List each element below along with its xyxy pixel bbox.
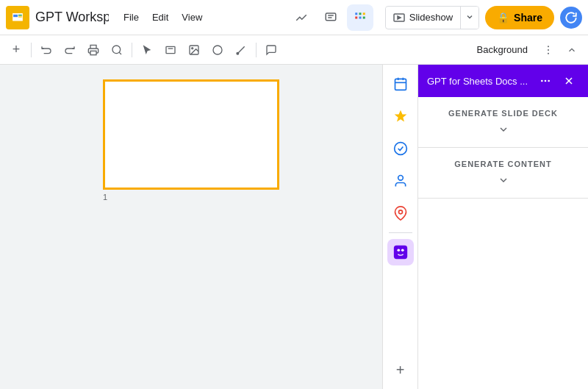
side-icon-divider bbox=[389, 232, 412, 233]
side-icons: + bbox=[382, 65, 417, 389]
svg-rect-37 bbox=[393, 246, 406, 259]
divider-1 bbox=[31, 43, 32, 57]
svg-rect-19 bbox=[166, 46, 175, 53]
share-button[interactable]: 🔒 Share bbox=[485, 6, 554, 29]
svg-point-17 bbox=[112, 46, 121, 54]
svg-point-26 bbox=[548, 46, 549, 47]
slides-panel: 1 bbox=[0, 65, 382, 389]
app-icon bbox=[6, 6, 29, 29]
maps-addon-icon[interactable] bbox=[387, 200, 414, 226]
svg-point-25 bbox=[237, 52, 239, 54]
slideshow-main[interactable]: Slideshow bbox=[386, 7, 460, 27]
right-panel-icons bbox=[535, 71, 579, 91]
svg-point-38 bbox=[397, 249, 400, 251]
calendar-addon-icon[interactable] bbox=[387, 71, 414, 97]
right-panel-close-icon[interactable] bbox=[559, 71, 579, 91]
redo-button[interactable] bbox=[60, 40, 80, 60]
menu-view[interactable]: View bbox=[176, 9, 208, 26]
slideshow-label: Slideshow bbox=[409, 12, 453, 23]
generate-slide-deck-section: GENERATE SLIDE DECK bbox=[418, 97, 588, 148]
svg-rect-9 bbox=[359, 13, 361, 15]
analytics-icon[interactable] bbox=[288, 4, 315, 31]
slide-number: 1 bbox=[103, 193, 107, 201]
svg-rect-10 bbox=[363, 13, 365, 15]
svg-point-23 bbox=[213, 46, 222, 54]
svg-line-18 bbox=[119, 52, 121, 54]
contacts-addon-icon[interactable] bbox=[387, 168, 414, 194]
svg-rect-29 bbox=[395, 79, 406, 90]
svg-rect-11 bbox=[355, 16, 357, 18]
tasks-addon-icon[interactable] bbox=[387, 135, 414, 162]
section2-chevron[interactable] bbox=[430, 174, 576, 186]
svg-rect-3 bbox=[18, 14, 22, 15]
svg-marker-15 bbox=[398, 16, 401, 19]
right-panel-header: GPT for Sheets Docs ... bbox=[418, 65, 588, 97]
right-panel: GPT for Sheets Docs ... bbox=[417, 65, 588, 389]
shape-tool[interactable] bbox=[207, 40, 228, 60]
svg-marker-33 bbox=[394, 110, 406, 122]
svg-rect-5 bbox=[326, 13, 336, 21]
menu-file[interactable]: File bbox=[118, 9, 145, 26]
svg-point-22 bbox=[192, 47, 193, 49]
svg-point-35 bbox=[398, 176, 403, 181]
keep-addon-icon[interactable] bbox=[387, 103, 414, 129]
comment-tool[interactable] bbox=[261, 40, 282, 60]
add-icon: + bbox=[396, 362, 405, 379]
second-toolbar: + bbox=[0, 35, 588, 65]
slideshow-dropdown[interactable] bbox=[460, 7, 478, 29]
svg-rect-12 bbox=[359, 16, 361, 18]
top-bar: GPT Workspac File Edit View bbox=[0, 0, 588, 35]
svg-rect-16 bbox=[90, 51, 96, 54]
slideshow-button[interactable]: Slideshow bbox=[385, 6, 479, 29]
divider-3 bbox=[256, 43, 257, 57]
ai-addon-icon[interactable] bbox=[387, 239, 414, 265]
svg-rect-13 bbox=[363, 16, 365, 18]
svg-point-40 bbox=[541, 80, 543, 82]
svg-point-36 bbox=[398, 210, 402, 214]
app-title: GPT Workspac bbox=[35, 10, 109, 25]
refresh-icon[interactable] bbox=[560, 7, 582, 29]
svg-point-27 bbox=[548, 49, 549, 51]
textbox-tool[interactable] bbox=[160, 40, 181, 60]
slide-thumbnail[interactable] bbox=[103, 79, 279, 190]
image-tool[interactable] bbox=[184, 40, 204, 60]
share-lock-icon: 🔒 bbox=[497, 12, 509, 24]
search-button[interactable] bbox=[107, 40, 127, 60]
apps-icon[interactable] bbox=[347, 4, 373, 31]
generate-content-section: GENERATE CONTENT bbox=[418, 148, 588, 199]
collapse-button[interactable] bbox=[562, 40, 582, 60]
section2-title: GENERATE CONTENT bbox=[430, 160, 576, 168]
undo-button[interactable] bbox=[36, 40, 57, 60]
section1-chevron[interactable] bbox=[430, 124, 576, 135]
print-button[interactable] bbox=[83, 40, 104, 60]
background-label: Background bbox=[477, 44, 528, 55]
background-button[interactable]: Background bbox=[470, 41, 535, 58]
chat-icon[interactable] bbox=[318, 4, 344, 31]
toolbar-icons bbox=[288, 4, 373, 31]
add-button[interactable]: + bbox=[6, 40, 26, 60]
svg-point-39 bbox=[401, 249, 404, 251]
svg-point-42 bbox=[548, 80, 550, 82]
menu-bar: File Edit View bbox=[118, 9, 208, 26]
svg-rect-4 bbox=[18, 16, 22, 17]
add-addon-button[interactable]: + bbox=[387, 357, 414, 383]
share-label: Share bbox=[514, 12, 542, 24]
svg-point-28 bbox=[548, 52, 549, 54]
right-panel-title: GPT for Sheets Docs ... bbox=[427, 76, 528, 87]
line-tool[interactable] bbox=[231, 40, 251, 60]
more-options-button[interactable] bbox=[538, 40, 559, 60]
menu-edit[interactable]: Edit bbox=[146, 9, 174, 26]
svg-point-41 bbox=[545, 80, 547, 82]
section1-title: GENERATE SLIDE DECK bbox=[430, 109, 576, 118]
divider-2 bbox=[132, 43, 132, 57]
svg-point-34 bbox=[394, 143, 406, 155]
right-panel-more-icon[interactable] bbox=[535, 71, 556, 91]
cursor-tool[interactable] bbox=[137, 40, 157, 60]
svg-rect-8 bbox=[355, 13, 357, 15]
svg-rect-2 bbox=[13, 14, 18, 16]
main-area: 1 bbox=[0, 65, 588, 389]
